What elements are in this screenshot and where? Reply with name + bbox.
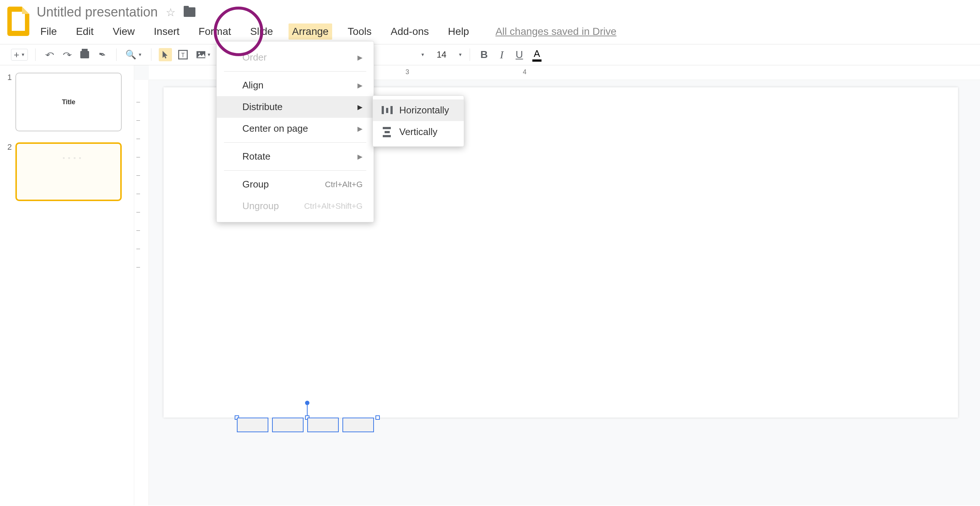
- shape-rect[interactable]: [307, 418, 339, 432]
- slide-number: 1: [7, 73, 12, 82]
- slide-thumbnail-2[interactable]: ▫ ▫ ▫ ▫: [15, 142, 122, 201]
- toolbar: +▼ ↶ ↷ ✒ 🔍▼ T ▼ ▼ 14 ▼ B I U A: [0, 44, 980, 65]
- thumb-shapes-preview: ▫ ▫ ▫ ▫: [63, 155, 82, 161]
- vertical-ruler: [134, 80, 149, 505]
- menu-ungroup[interactable]: Ungroup Ctrl+Alt+Shift+G: [217, 195, 374, 217]
- select-tool[interactable]: [159, 48, 172, 61]
- header: Untitled presentation ☆ File Edit View I…: [0, 0, 980, 40]
- menu-label: Distribute: [242, 101, 283, 113]
- menu-help[interactable]: Help: [444, 24, 473, 40]
- menu-edit[interactable]: Edit: [72, 24, 97, 40]
- menu-rotate[interactable]: Rotate ▶: [217, 146, 374, 167]
- paint-format-button[interactable]: ✒: [94, 46, 110, 63]
- menu-order[interactable]: Order ▶: [217, 46, 374, 68]
- redo-button[interactable]: ↷: [60, 50, 74, 59]
- submenu-arrow-icon: ▶: [358, 81, 363, 89]
- menu-label: Order: [242, 52, 267, 63]
- menu-center-on-page[interactable]: Center on page ▶: [217, 118, 374, 139]
- textbox-tool[interactable]: T: [177, 48, 189, 61]
- distribute-vertical-icon: [382, 127, 393, 137]
- shape-rect[interactable]: [237, 418, 268, 432]
- distribute-horizontally[interactable]: Horizontally: [373, 99, 464, 121]
- submenu-label: Horizontally: [399, 105, 449, 116]
- italic-button[interactable]: I: [495, 48, 508, 61]
- menu-tools[interactable]: Tools: [344, 24, 375, 40]
- menu-format[interactable]: Format: [195, 24, 235, 40]
- slides-logo-icon: [7, 6, 29, 36]
- underline-button[interactable]: U: [512, 48, 526, 61]
- menu-label: Center on page: [242, 123, 308, 134]
- save-status[interactable]: All changes saved in Drive: [495, 26, 616, 37]
- thumb-title-text: Title: [62, 98, 76, 106]
- shortcut-label: Ctrl+Alt+G: [325, 180, 363, 189]
- text-color-button[interactable]: A: [530, 48, 543, 61]
- slide-number: 2: [7, 142, 12, 152]
- rotate-line: [307, 405, 308, 416]
- menu-slide[interactable]: Slide: [247, 24, 277, 40]
- font-family-caret[interactable]: ▼: [420, 52, 425, 57]
- ruler-number: 3: [406, 68, 409, 76]
- menu-separator: [224, 142, 366, 143]
- shape-rect[interactable]: [342, 418, 374, 432]
- menu-align[interactable]: Align ▶: [217, 75, 374, 96]
- arrange-dropdown: Order ▶ Align ▶ Distribute ▶ Center on p…: [216, 41, 374, 222]
- submenu-label: Vertically: [399, 126, 438, 137]
- title-area: Untitled presentation ☆ File Edit View I…: [37, 5, 973, 40]
- menubar: File Edit View Insert Format Slide Arran…: [37, 24, 973, 40]
- undo-button[interactable]: ↶: [43, 50, 56, 59]
- image-tool[interactable]: ▼: [194, 51, 214, 58]
- submenu-arrow-icon: ▶: [358, 103, 363, 111]
- bold-button[interactable]: B: [477, 48, 490, 61]
- menu-distribute[interactable]: Distribute ▶: [217, 96, 374, 118]
- menu-insert[interactable]: Insert: [150, 24, 183, 40]
- new-slide-button[interactable]: +▼: [11, 49, 28, 61]
- menu-label: Align: [242, 80, 264, 91]
- submenu-arrow-icon: ▶: [358, 125, 363, 133]
- distribute-submenu: Horizontally Vertically: [372, 96, 464, 147]
- ruler-number: 4: [523, 68, 527, 76]
- slide-thumbnail-1[interactable]: Title: [15, 73, 122, 131]
- workspace: 1 Title 2 ▫ ▫ ▫ ▫ 3 4: [0, 65, 980, 505]
- menu-label: Group: [242, 179, 269, 190]
- menu-view[interactable]: View: [109, 24, 138, 40]
- svg-text:T: T: [181, 52, 185, 58]
- distribute-vertically[interactable]: Vertically: [373, 121, 464, 143]
- star-icon[interactable]: ☆: [166, 6, 176, 19]
- submenu-arrow-icon: ▶: [358, 153, 363, 161]
- menu-addons[interactable]: Add-ons: [387, 24, 433, 40]
- shape-rect[interactable]: [272, 418, 304, 432]
- selection-handle[interactable]: [375, 415, 380, 420]
- rotate-handle-icon[interactable]: [305, 401, 309, 405]
- shortcut-label: Ctrl+Alt+Shift+G: [304, 201, 363, 211]
- zoom-button[interactable]: 🔍▼: [124, 49, 144, 60]
- menu-label: Rotate: [242, 151, 270, 162]
- print-button[interactable]: [78, 48, 91, 61]
- menu-label: Ungroup: [242, 200, 279, 212]
- slide-panel[interactable]: 1 Title 2 ▫ ▫ ▫ ▫: [0, 65, 134, 505]
- distribute-horizontal-icon: [382, 105, 393, 116]
- menu-group[interactable]: Group Ctrl+Alt+G: [217, 174, 374, 195]
- font-size-display[interactable]: 14: [430, 49, 454, 60]
- document-title[interactable]: Untitled presentation: [37, 5, 158, 20]
- svg-point-3: [198, 53, 200, 54]
- menu-arrange[interactable]: Arrange: [288, 24, 332, 40]
- submenu-arrow-icon: ▶: [358, 54, 363, 62]
- menu-file[interactable]: File: [37, 24, 60, 40]
- move-folder-icon[interactable]: [184, 7, 196, 17]
- font-size-caret[interactable]: ▼: [458, 52, 463, 57]
- menu-separator: [224, 71, 366, 72]
- menu-separator: [224, 170, 366, 171]
